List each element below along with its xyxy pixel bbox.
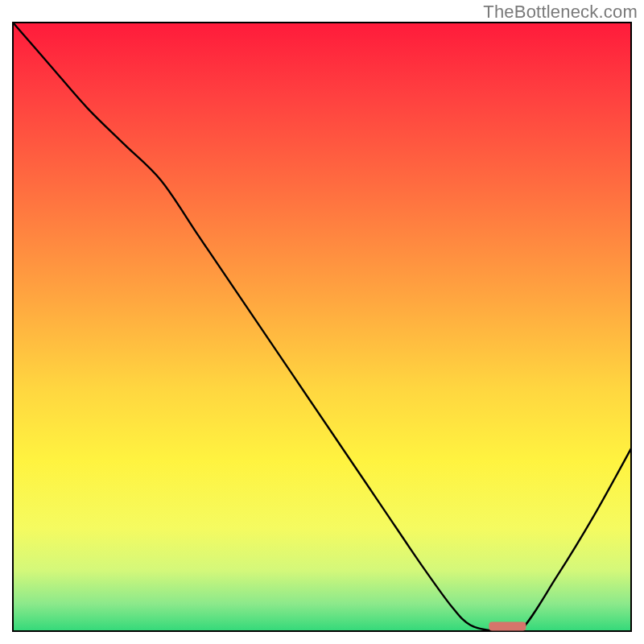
gradient-background	[13, 23, 631, 631]
chart-frame: TheBottleneck.com	[0, 0, 644, 644]
optimal-band-marker	[489, 621, 526, 630]
bottleneck-chart	[0, 0, 644, 644]
watermark-text: TheBottleneck.com	[483, 2, 638, 23]
plot-area	[13, 23, 631, 635]
